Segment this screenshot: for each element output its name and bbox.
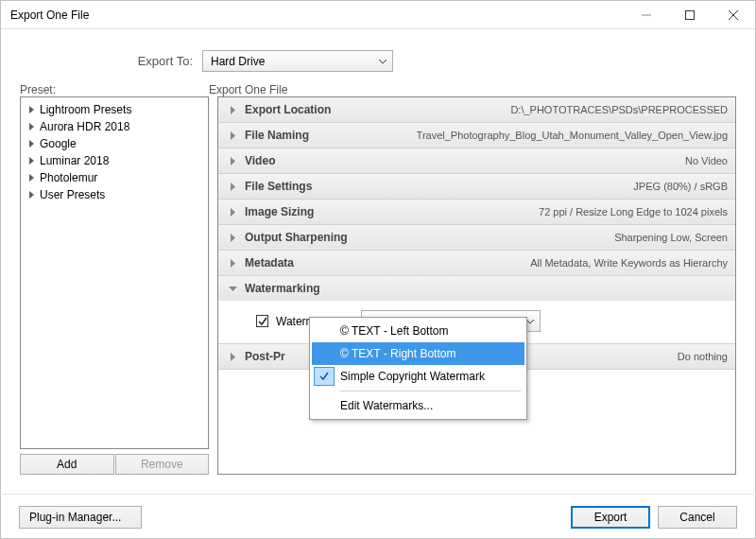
watermark-dropdown: © TEXT - Left Bottom © TEXT - Right Bott… xyxy=(309,317,527,420)
export-to-combo[interactable]: Hard Drive xyxy=(202,50,393,72)
triangle-right-icon xyxy=(226,208,239,217)
triangle-right-icon xyxy=(226,157,239,165)
triangle-right-icon xyxy=(226,183,239,191)
triangle-right-icon xyxy=(226,353,239,361)
triangle-right-icon xyxy=(26,191,36,199)
triangle-right-icon xyxy=(26,140,36,148)
titlebar: Export One File xyxy=(1,1,755,29)
chevron-down-icon xyxy=(379,58,387,65)
section-metadata[interactable]: MetadataAll Metadata, Write Keywords as … xyxy=(218,251,735,275)
preset-item[interactable]: User Presets xyxy=(21,186,208,203)
watermark-checkbox[interactable] xyxy=(256,315,268,327)
triangle-down-icon xyxy=(226,285,239,293)
preset-list[interactable]: Lightroom Presets Aurora HDR 2018 Google… xyxy=(20,96,209,449)
export-button[interactable]: Export xyxy=(571,506,650,529)
section-file-naming[interactable]: File NamingTravel_Photography_Blog_Utah_… xyxy=(218,123,735,148)
dropdown-option-text-right-bottom[interactable]: © TEXT - Right Bottom xyxy=(312,342,524,365)
section-video[interactable]: VideoNo Video xyxy=(218,148,735,173)
preset-item[interactable]: Lightroom Presets xyxy=(21,101,208,118)
svg-rect-0 xyxy=(686,10,695,19)
remove-preset-button[interactable]: Remove xyxy=(115,454,210,475)
main-panel-label: Export One File xyxy=(209,83,287,96)
export-to-label: Export To: xyxy=(1,54,202,68)
preset-item[interactable]: Aurora HDR 2018 xyxy=(21,118,208,135)
footer: Plug-in Manager... Export Cancel xyxy=(0,494,756,539)
plugin-manager-button[interactable]: Plug-in Manager... xyxy=(19,506,142,529)
section-watermarking[interactable]: Watermarking xyxy=(218,276,735,301)
triangle-right-icon xyxy=(226,131,239,140)
dropdown-option-edit-watermarks[interactable]: Edit Watermarks... xyxy=(312,394,524,417)
add-preset-button[interactable]: Add xyxy=(20,454,114,475)
triangle-right-icon xyxy=(26,123,36,130)
dropdown-option-simple-copyright[interactable]: Simple Copyright Watermark xyxy=(312,365,524,388)
triangle-right-icon xyxy=(26,157,36,165)
section-export-location[interactable]: Export LocationD:\_PHOTOTRACES\PSDs\PREP… xyxy=(218,97,735,122)
preset-item[interactable]: Google xyxy=(21,135,208,152)
triangle-right-icon xyxy=(26,106,36,113)
section-image-sizing[interactable]: Image Sizing72 ppi / Resize Long Edge to… xyxy=(218,200,735,224)
preset-item[interactable]: Photolemur xyxy=(21,169,208,186)
check-icon xyxy=(314,367,335,386)
settings-panel: Export LocationD:\_PHOTOTRACES\PSDs\PREP… xyxy=(217,96,736,475)
minimize-button[interactable] xyxy=(625,1,668,29)
dropdown-separator xyxy=(340,391,521,391)
preset-panel: Lightroom Presets Aurora HDR 2018 Google… xyxy=(20,96,209,475)
maximize-button[interactable] xyxy=(668,1,712,29)
triangle-right-icon xyxy=(226,234,239,242)
export-to-value: Hard Drive xyxy=(211,55,265,68)
dropdown-option-text-left-bottom[interactable]: © TEXT - Left Bottom xyxy=(312,320,524,342)
export-to-row: Export To: Hard Drive xyxy=(1,50,755,72)
panel-labels: Preset: Export One File xyxy=(1,83,755,96)
section-output-sharpening[interactable]: Output SharpeningSharpening Low, Screen xyxy=(218,225,735,250)
triangle-right-icon xyxy=(226,106,239,114)
window-title: Export One File xyxy=(10,9,625,22)
preset-label: Preset: xyxy=(20,83,209,96)
close-button[interactable] xyxy=(712,1,755,29)
triangle-right-icon xyxy=(226,259,239,268)
triangle-right-icon xyxy=(26,174,36,182)
preset-item[interactable]: Luminar 2018 xyxy=(21,152,208,169)
cancel-button[interactable]: Cancel xyxy=(658,506,737,529)
section-file-settings[interactable]: File SettingsJPEG (80%) / sRGB xyxy=(218,174,735,199)
